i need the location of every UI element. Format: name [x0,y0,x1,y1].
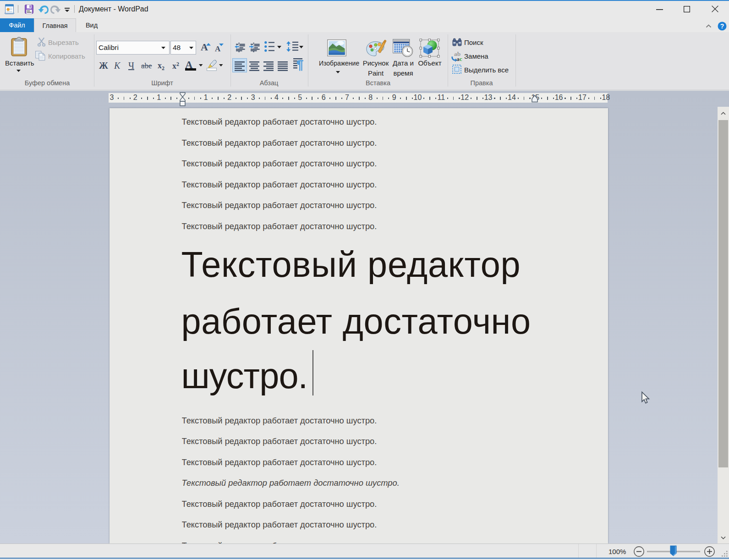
svg-text:ac: ac [456,55,462,62]
svg-text:?: ? [720,22,724,30]
